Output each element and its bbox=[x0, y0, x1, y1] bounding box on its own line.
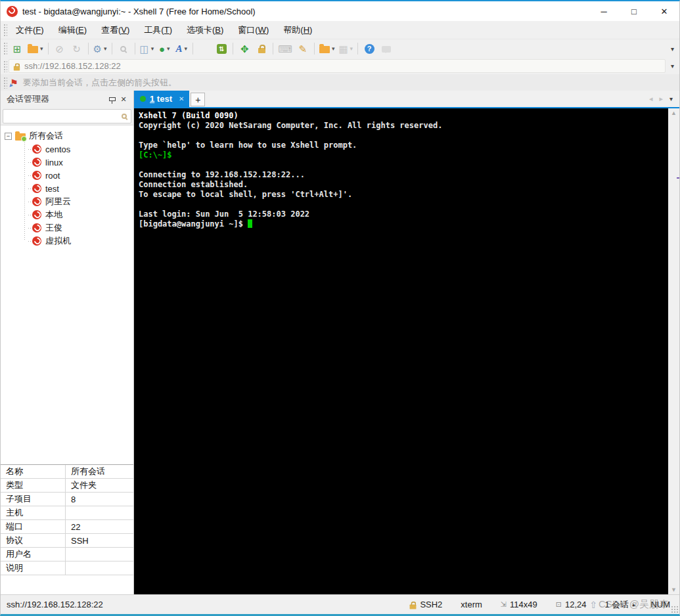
collapse-icon[interactable]: − bbox=[5, 133, 12, 140]
session-label: test bbox=[45, 184, 59, 194]
scroll-down-icon[interactable]: ▼ bbox=[671, 586, 677, 593]
font-dropdown-icon: ▾ bbox=[184, 45, 187, 52]
session-label: 虚拟机 bbox=[45, 235, 71, 247]
menu-tools[interactable]: 工具(T) bbox=[137, 21, 179, 39]
xftp-app-button[interactable] bbox=[213, 41, 230, 56]
web-browser-button[interactable]: ●▾ bbox=[156, 41, 173, 56]
session-label: linux bbox=[45, 158, 63, 167]
find-button bbox=[115, 41, 132, 56]
terminal-screen[interactable]: Xshell 7 (Build 0090)Copyright (c) 2020 … bbox=[134, 108, 668, 594]
session-item-本地[interactable]: 本地 bbox=[24, 208, 133, 221]
addressbar-grip-handle[interactable] bbox=[3, 60, 7, 72]
session-label: 本地 bbox=[45, 209, 62, 221]
session-properties-dropdown-icon: ▾ bbox=[104, 45, 107, 52]
property-value: 8 bbox=[66, 495, 133, 504]
session-label: root bbox=[45, 171, 60, 181]
disconnect-button: ⊘ bbox=[51, 41, 68, 56]
lock-screen-button[interactable] bbox=[253, 41, 270, 56]
flag-icon: ⚑ ➤ bbox=[10, 77, 20, 88]
property-label: 端口 bbox=[1, 520, 66, 533]
font-button[interactable]: A▾ bbox=[173, 41, 190, 56]
menu-bar: 文件(F)编辑(E)查看(V)工具(T)选项卡(B)窗口(W)帮助(H) bbox=[1, 21, 679, 39]
toolbar-grip-handle[interactable] bbox=[3, 41, 7, 56]
toolbar-separator bbox=[273, 43, 273, 55]
session-item-test[interactable]: test bbox=[24, 182, 133, 195]
property-label: 用户名 bbox=[1, 548, 66, 561]
menubar-grip-handle[interactable] bbox=[3, 23, 7, 37]
terminal-line bbox=[139, 200, 668, 209]
property-label: 名称 bbox=[1, 465, 66, 478]
close-panel-button[interactable]: ✕ bbox=[118, 93, 129, 105]
resize-grip[interactable] bbox=[671, 605, 679, 613]
xshell-app-button[interactable] bbox=[196, 41, 213, 56]
menu-help[interactable]: 帮助(H) bbox=[276, 21, 319, 39]
tab-test[interactable]: 1 test ✕ bbox=[134, 91, 189, 107]
session-icon bbox=[32, 223, 41, 232]
tab-list-dropdown-icon[interactable]: ▾ bbox=[669, 95, 673, 102]
new-tab-button[interactable]: + bbox=[191, 93, 205, 106]
tree-root-all-sessions[interactable]: − 所有会话 bbox=[5, 129, 133, 143]
tab-scroll-right-icon: ▸ bbox=[659, 95, 663, 103]
session-item-王俊[interactable]: 王俊 bbox=[24, 221, 133, 234]
fullscreen-button[interactable]: ✥ bbox=[236, 41, 253, 56]
statusbar-session-count[interactable]: 1 会话 ▴ bbox=[596, 599, 647, 611]
terminal-panel: 1 test ✕ + ◂ ▸ ▾ Xshell 7 (Build 0090)Co… bbox=[134, 91, 679, 594]
statusbar-size: ⇲ 114x49 bbox=[491, 599, 547, 611]
session-properties-icon: ⚙ bbox=[93, 44, 102, 54]
tab-close-icon[interactable]: ✕ bbox=[179, 95, 184, 102]
terminal-line: [C:\~]$ bbox=[139, 150, 668, 160]
help-icon bbox=[365, 44, 374, 54]
session-icon bbox=[32, 184, 41, 193]
menu-window[interactable]: 窗口(W) bbox=[231, 21, 276, 39]
compose-bar-button[interactable]: ◫▾ bbox=[138, 41, 156, 56]
session-icon bbox=[32, 197, 41, 206]
ssl-lock-icon bbox=[14, 66, 20, 70]
terminal-cursor bbox=[248, 219, 252, 228]
property-label: 类型 bbox=[1, 479, 66, 492]
pin-panel-button[interactable] bbox=[106, 93, 118, 105]
menu-file[interactable]: 文件(F) bbox=[9, 21, 51, 39]
messages-icon bbox=[382, 46, 391, 53]
menu-edit[interactable]: 编辑(E) bbox=[51, 21, 94, 39]
infobar-grip-handle[interactable] bbox=[3, 76, 7, 89]
session-item-root[interactable]: root bbox=[24, 169, 133, 182]
property-label: 子项目 bbox=[1, 493, 66, 506]
property-row: 说明 bbox=[1, 561, 133, 575]
session-search-input[interactable] bbox=[7, 112, 122, 121]
session-properties-button[interactable]: ⚙▾ bbox=[91, 41, 109, 56]
session-manager-panel: 会话管理器 ✕ − 所有会话 centoslinuxroottest阿里云本地王… bbox=[1, 91, 134, 594]
maximize-button[interactable]: □ bbox=[619, 1, 649, 21]
highlight-pen-button[interactable]: ✎ bbox=[294, 41, 311, 56]
help-button[interactable] bbox=[361, 41, 378, 56]
scrollbar-marker bbox=[677, 177, 679, 179]
pin-icon bbox=[108, 97, 115, 104]
session-item-阿里云[interactable]: 阿里云 bbox=[24, 195, 133, 208]
new-folder-button[interactable]: ▾ bbox=[317, 41, 337, 56]
close-button[interactable]: ✕ bbox=[649, 1, 679, 21]
terminal-line: Copyright (c) 2020 NetSarang Computer, I… bbox=[139, 121, 668, 131]
fullscreen-icon: ✥ bbox=[240, 44, 249, 54]
scroll-up-icon[interactable]: ▲ bbox=[671, 110, 677, 116]
session-item-虚拟机[interactable]: 虚拟机 bbox=[24, 234, 133, 248]
status-bar: ssh://192.168.152.128:22 SSH2 xterm ⇲ 11… bbox=[1, 594, 679, 614]
address-dropdown-icon[interactable]: ▾ bbox=[666, 62, 679, 70]
web-browser-icon: ● bbox=[159, 44, 165, 54]
session-item-centos[interactable]: centos bbox=[24, 143, 133, 156]
toolbar-overflow-icon[interactable]: ▾ bbox=[671, 45, 674, 53]
session-search-box[interactable] bbox=[3, 109, 131, 123]
property-label: 协议 bbox=[1, 534, 66, 547]
statusbar-url: ssh://192.168.152.128:22 bbox=[1, 600, 400, 609]
find-icon bbox=[120, 46, 126, 52]
session-item-linux[interactable]: linux bbox=[24, 156, 133, 169]
xftp-app-icon bbox=[217, 44, 227, 54]
menu-view[interactable]: 查看(V) bbox=[94, 21, 137, 39]
title-bar: test - bigdata@wangjunyi:~ - Xshell 7 (F… bbox=[1, 1, 679, 21]
open-session-button[interactable]: ▾ bbox=[26, 41, 45, 56]
terminal-scrollbar[interactable]: ▲ ▼ bbox=[668, 108, 679, 594]
reconnect-button: ↻ bbox=[68, 41, 85, 56]
minimize-button[interactable]: ─ bbox=[589, 1, 619, 21]
statusbar-terminal-type: xterm bbox=[451, 599, 491, 611]
new-terminal-button[interactable]: ⊞ bbox=[9, 41, 26, 56]
address-input[interactable]: ssh://192.168.152.128:22 bbox=[9, 59, 666, 73]
menu-tab[interactable]: 选项卡(B) bbox=[179, 21, 231, 39]
